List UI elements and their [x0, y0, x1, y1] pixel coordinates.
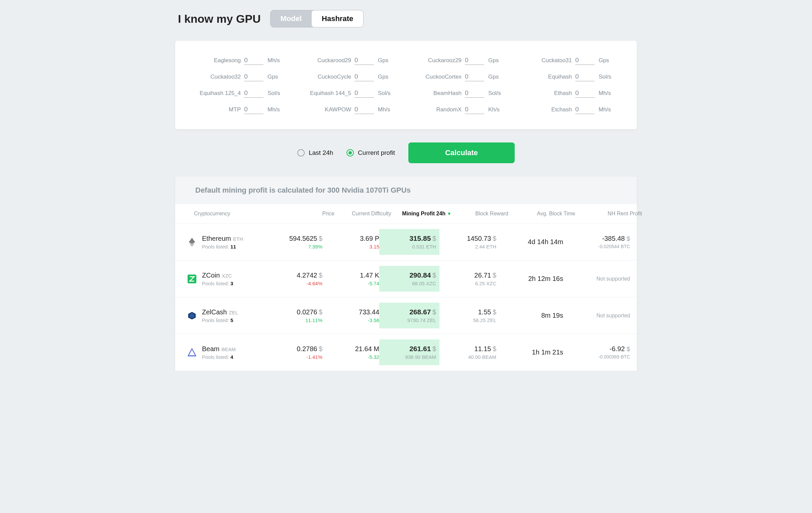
info-bar: Default mining profit is calculated for …: [175, 177, 637, 204]
hashrate-cell: Equihash 125_4Sol/s: [185, 89, 296, 98]
col-crypto[interactable]: Cryptocurrency: [194, 211, 284, 217]
reward-cell: 1.55 $56.25 ZEL: [439, 308, 496, 323]
radio-current-label: Current profit: [358, 149, 395, 156]
col-profit[interactable]: Mining Profit 24h▼: [391, 211, 452, 217]
hashrate-label: Equihash 125_4: [200, 90, 241, 97]
hashrate-cell: EtchashMh/s: [516, 105, 627, 114]
table-row[interactable]: BeamBEAMPools listed: 40.2786 $-1.41%21.…: [175, 334, 637, 371]
hashrate-input[interactable]: [244, 72, 264, 81]
hashrate-input[interactable]: [244, 56, 264, 65]
table-row[interactable]: ZelCashZELPools listed: 50.0276 $11.11%7…: [175, 297, 637, 334]
price-cell: 594.5625 $7.39%: [272, 235, 322, 250]
coin-icon: [182, 347, 202, 358]
col-blocktime[interactable]: Avg. Block Time: [508, 211, 575, 217]
hashrate-label: CuckooCortex: [426, 74, 462, 80]
hashrate-unit: Mh/s: [267, 57, 283, 64]
hashrate-cell: Cuckarood29Gps: [296, 56, 406, 65]
hashrate-label: CuckooCycle: [318, 74, 351, 80]
hashrate-input[interactable]: [244, 105, 264, 114]
radio-current-wrap[interactable]: Current profit: [346, 149, 395, 156]
hashrate-unit: Sol/s: [267, 90, 283, 97]
hashrate-label: Ethash: [554, 90, 572, 97]
price-cell: 0.2786 $-1.41%: [272, 345, 322, 360]
difficulty-cell: 1.47 K-5.74: [322, 272, 379, 286]
coin-icon: [182, 237, 202, 247]
radio-current[interactable]: [346, 149, 354, 156]
coin-name-cell: ZelCashZELPools listed: 5: [202, 308, 272, 323]
hashrate-input[interactable]: [465, 56, 484, 65]
coin-icon: [182, 274, 202, 284]
hashrate-unit: Gps: [378, 74, 393, 80]
difficulty-cell: 733.44-3.56: [322, 308, 379, 323]
hashrate-input[interactable]: [354, 105, 374, 114]
hashrate-unit: Sol/s: [599, 74, 614, 80]
toggle-model[interactable]: Model: [270, 10, 312, 27]
radio-last24h-wrap[interactable]: Last 24h: [297, 149, 333, 156]
hashrate-input[interactable]: [575, 72, 594, 81]
col-nhrent[interactable]: NH Rent Profit: [575, 211, 642, 217]
table-header: Cryptocurrency Price Current Difficulty …: [175, 204, 637, 223]
hashrate-label: Cuckatoo31: [542, 57, 572, 64]
hashrate-unit: Gps: [488, 74, 504, 80]
reward-cell: 26.71 $6.25 XZC: [439, 272, 496, 286]
price-cell: 0.0276 $11.11%: [272, 308, 322, 323]
col-reward[interactable]: Block Reward: [452, 211, 508, 217]
hashrate-cell: RandomXKh/s: [406, 105, 516, 114]
difficulty-cell: 21.64 M-5.32: [322, 345, 379, 360]
hashrate-cell: Equihash 144_5Sol/s: [296, 89, 406, 98]
hashrate-cell: EthashMh/s: [516, 89, 627, 98]
hashrate-input[interactable]: [354, 56, 374, 65]
reward-cell: 11.15 $40.00 BEAM: [439, 345, 496, 360]
hashrate-cell: Cuckarooz29Gps: [406, 56, 516, 65]
hashrate-label: Etchash: [551, 106, 572, 113]
coin-icon: [182, 311, 202, 321]
hashrate-unit: Sol/s: [488, 90, 504, 97]
hashrate-label: MTP: [229, 106, 241, 113]
radio-last24h-label: Last 24h: [309, 149, 333, 156]
hashrate-label: Eaglesong: [214, 57, 241, 64]
hashrate-cell: EaglesongMh/s: [185, 56, 296, 65]
hashrate-unit: Kh/s: [488, 106, 504, 113]
hashrate-unit: Mh/s: [267, 106, 283, 113]
sort-desc-icon: ▼: [447, 211, 452, 217]
hashrate-input[interactable]: [575, 105, 594, 114]
difficulty-cell: 3.69 P3.15: [322, 235, 379, 250]
hashrate-unit: Gps: [267, 74, 283, 80]
hashrate-input[interactable]: [575, 89, 594, 98]
table-row[interactable]: EthereumETHPools listed: 11594.5625 $7.3…: [175, 223, 637, 260]
profit-cell: 261.61 $938.90 BEAM: [379, 339, 439, 365]
table-row[interactable]: ZCoinXZCPools listed: 34.2742 $-4.64%1.4…: [175, 260, 637, 297]
profit-cell: 290.84 $68.05 XZC: [379, 266, 439, 292]
hashrate-input[interactable]: [465, 89, 484, 98]
gpu-mode-toggle: Model Hashrate: [270, 10, 364, 27]
profit-cell: 268.67 $9730.74 ZEL: [379, 303, 439, 329]
hashrate-label: Cuckarood29: [317, 57, 351, 64]
hashrate-cell: CuckooCortexGps: [406, 72, 516, 81]
col-price[interactable]: Price: [284, 211, 335, 217]
hashrate-label: RandomX: [436, 106, 462, 113]
hashrate-label: Cuckarooz29: [428, 57, 462, 64]
hashrate-input[interactable]: [465, 105, 484, 114]
coin-name-cell: BeamBEAMPools listed: 4: [202, 345, 272, 360]
hashrate-input[interactable]: [244, 89, 264, 98]
hashrate-input[interactable]: [465, 72, 484, 81]
hashrate-input[interactable]: [575, 56, 594, 65]
hashrate-input[interactable]: [354, 89, 374, 98]
col-difficulty[interactable]: Current Difficulty: [335, 211, 391, 217]
hashrate-cell: Cuckatoo32Gps: [185, 72, 296, 81]
calc-controls: Last 24h Current profit Calculate: [175, 142, 637, 163]
hashrate-label: Equihash 144_5: [310, 90, 351, 97]
hashrate-label: Equihash: [548, 74, 572, 80]
hashrate-cell: MTPMh/s: [185, 105, 296, 114]
nh-rent-cell: -385.48 $-0.020544 BTC: [563, 235, 630, 249]
hashrate-cell: EquihashSol/s: [516, 72, 627, 81]
nh-rent-cell: Not supported: [563, 313, 630, 319]
hashrate-cell: Cuckatoo31Gps: [516, 56, 627, 65]
radio-last24h[interactable]: [297, 149, 304, 156]
toggle-hashrate[interactable]: Hashrate: [312, 10, 363, 27]
blocktime-cell: 8m 19s: [496, 312, 563, 319]
hashrate-input[interactable]: [354, 72, 374, 81]
hashrate-cell: BeamHashSol/s: [406, 89, 516, 98]
calculate-button[interactable]: Calculate: [408, 142, 515, 163]
hashrate-unit: Mh/s: [378, 106, 393, 113]
